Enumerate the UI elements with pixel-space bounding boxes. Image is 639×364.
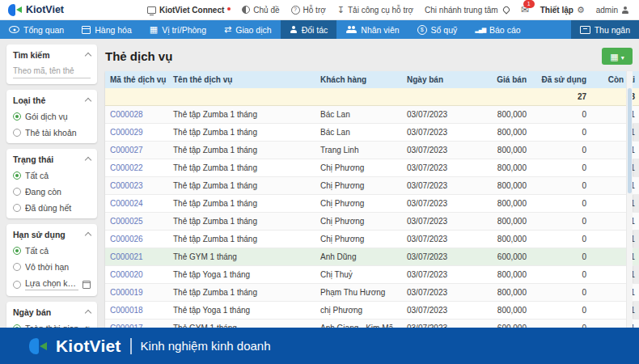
- cell: Chị Phương: [315, 195, 402, 213]
- radio-icon: [13, 281, 21, 289]
- table-row[interactable]: C000029Thẻ tập Zumba 1 thángBác Lan03/07…: [105, 124, 639, 142]
- radio-option[interactable]: Đang còn: [13, 187, 91, 197]
- radio-label: Lựa chọn khác: [25, 278, 78, 290]
- column-options-button[interactable]: [602, 48, 633, 65]
- card-code-link[interactable]: C000026: [105, 231, 168, 248]
- table-scrollbar[interactable]: [626, 71, 633, 337]
- eye-icon: [9, 26, 19, 33]
- column-header-1[interactable]: Mã thẻ dịch vụ: [105, 71, 168, 88]
- nav-item-nhan-vien[interactable]: Nhân viên: [336, 20, 408, 39]
- radio-option[interactable]: Tất cả: [13, 171, 91, 180]
- monitor-icon: [147, 6, 156, 14]
- column-header-6[interactable]: Đã sử dụng: [531, 71, 591, 88]
- kiotviet-logo[interactable]: KiotViet: [8, 4, 64, 16]
- radio-option[interactable]: Gói dịch vụ: [13, 112, 91, 121]
- radio-icon: [13, 188, 21, 196]
- cell: Thẻ tập Yoga 1 tháng: [168, 266, 315, 284]
- topbar-kiotviet-connect[interactable]: KiotViet Connect: [147, 6, 231, 15]
- search-input[interactable]: [13, 64, 91, 78]
- radio-icon: [13, 263, 21, 271]
- topbar-branch[interactable]: Chi nhánh trung tâm: [425, 6, 510, 15]
- card-code-link[interactable]: C000025: [105, 213, 168, 231]
- swap-icon: [224, 25, 231, 34]
- table-row[interactable]: C000018Thẻ tập Yoga 1 thángchị Phương03/…: [105, 302, 639, 320]
- radio-option[interactable]: Lựa chọn khác: [13, 278, 91, 290]
- column-header-5[interactable]: Giá bán: [468, 71, 531, 88]
- column-header-2[interactable]: Tên thẻ dịch vụ: [168, 71, 315, 88]
- cell: 800,000: [468, 284, 531, 302]
- radio-option[interactable]: Đã dùng hết: [13, 203, 91, 213]
- nav-item-tong-quan[interactable]: Tổng quan: [0, 20, 73, 39]
- location-pin-icon: [501, 5, 510, 14]
- caret-down-icon: [621, 50, 624, 62]
- table-row[interactable]: C000022Thẻ tập Zumba 1 thángChị Phương03…: [105, 159, 639, 177]
- radio-option[interactable]: Vô thời hạn: [13, 262, 91, 272]
- card-code-link[interactable]: C000021: [105, 248, 168, 266]
- card-code-link[interactable]: C000023: [105, 177, 168, 195]
- cell: 800,000: [468, 124, 531, 142]
- search-card-header[interactable]: Tìm kiếm: [13, 50, 91, 60]
- nav-item-hang-hoa[interactable]: Hàng hóa: [73, 20, 141, 39]
- cell: 0: [531, 142, 591, 159]
- card-code-link[interactable]: C000020: [105, 266, 168, 284]
- card-code-link[interactable]: C000028: [105, 106, 168, 124]
- card-code-link[interactable]: C000018: [105, 302, 168, 320]
- filter-card-ngay-ban-header[interactable]: Ngày bán: [13, 307, 91, 317]
- chevron-up-icon: [85, 310, 91, 316]
- nav-item-thu-ngan[interactable]: Thu ngân: [571, 20, 639, 39]
- nav-item-doi-tac[interactable]: Đối tác: [281, 20, 337, 39]
- cell: 03/07/2023: [402, 302, 468, 320]
- table-row[interactable]: C000020Thẻ tập Yoga 1 thángChị Thuỷ03/07…: [105, 266, 639, 284]
- topbar-theme[interactable]: Chủ đề: [242, 6, 279, 15]
- filter-card-trang-thai-header[interactable]: Trạng thái: [13, 154, 91, 164]
- card-code-link[interactable]: C000022: [105, 159, 168, 177]
- calendar-icon: [83, 281, 91, 289]
- column-header-3[interactable]: Khách hàng: [315, 71, 402, 88]
- table-row[interactable]: C000026Thẻ tập Zumba 1 thángChị Phương03…: [105, 231, 639, 248]
- radio-option[interactable]: Thẻ tài khoản: [13, 128, 91, 138]
- cell: 03/07/2023: [402, 159, 468, 177]
- card-code-link[interactable]: C000019: [105, 284, 168, 302]
- footer-divider: [130, 338, 132, 354]
- scrollbar-thumb[interactable]: [628, 88, 632, 193]
- cell: 800,000: [468, 231, 531, 248]
- table-row[interactable]: C000023Thẻ tập Zumba 1 thángChị Phương03…: [105, 177, 639, 195]
- column-header-4[interactable]: Ngày bán: [402, 71, 468, 88]
- table-row[interactable]: C000028Thẻ tập Zumba 1 thángBác Lan03/07…: [105, 106, 639, 124]
- nav-label-giao-dich: Giao dịch: [235, 25, 271, 35]
- filter-card-han-su-dung-header[interactable]: Hạn sử dụng: [13, 230, 91, 239]
- nav-label-hang-hoa: Hàng hóa: [95, 25, 132, 35]
- topbar-account[interactable]: admin: [596, 6, 629, 15]
- topbar-inbox[interactable]: 1: [521, 4, 529, 15]
- table-row[interactable]: C000021Thẻ GYM 1 thángAnh Dũng03/07/2023…: [105, 248, 639, 266]
- nav-item-vi-tri-phong[interactable]: Vị trí/Phòng: [141, 20, 215, 39]
- cell: 800,000: [468, 302, 531, 320]
- topbar-download-tool[interactable]: Tải công cụ hỗ trợ: [337, 5, 413, 15]
- nav-item-so-quy[interactable]: Sổ quỹ: [408, 20, 467, 39]
- table-row[interactable]: C000025Thẻ tập Zumba 1 thángChị Phương03…: [105, 213, 639, 231]
- table-row[interactable]: C000027Thẻ tập Zumba 1 thángTrang Linh03…: [105, 142, 639, 159]
- filter-title: Hạn sử dụng: [13, 230, 66, 239]
- card-code-link[interactable]: C000027: [105, 142, 168, 159]
- filter-card-loai-the-header[interactable]: Loại thẻ: [13, 95, 91, 105]
- topbar-settings[interactable]: Thiết lập: [540, 5, 585, 15]
- topbar-support[interactable]: Hỗ trợ: [291, 6, 326, 15]
- download-icon: [337, 5, 345, 15]
- card-code-link[interactable]: C000024: [105, 195, 168, 213]
- nav-item-giao-dich[interactable]: Giao dịch: [215, 20, 281, 39]
- topbar: KiotViet KiotViet ConnectChủ đềHỗ trợTải…: [0, 0, 639, 20]
- cell: Chị Phương: [315, 231, 402, 248]
- nav-item-bao-cao[interactable]: Báo cáo: [466, 20, 529, 39]
- cell: 0: [531, 213, 591, 231]
- filter-title: Loại thẻ: [13, 95, 45, 105]
- notification-dot: [227, 7, 231, 11]
- topbar-theme-label: Chủ đề: [253, 6, 279, 15]
- card-code-link[interactable]: C000029: [105, 124, 168, 142]
- filter-title: Ngày bán: [13, 307, 51, 317]
- table-row[interactable]: C000019Thẻ tập Zumba 1 thángPhạm Thu Hươ…: [105, 284, 639, 302]
- footer-banner: KiotViet Kinh nghiệm kinh doanh: [0, 328, 639, 364]
- search-title: Tìm kiếm: [13, 50, 50, 60]
- radio-option[interactable]: Tất cả: [13, 246, 91, 256]
- table-row[interactable]: C000024Thẻ tập Zumba 1 thángChị Phương03…: [105, 195, 639, 213]
- chevron-up-icon: [85, 157, 91, 163]
